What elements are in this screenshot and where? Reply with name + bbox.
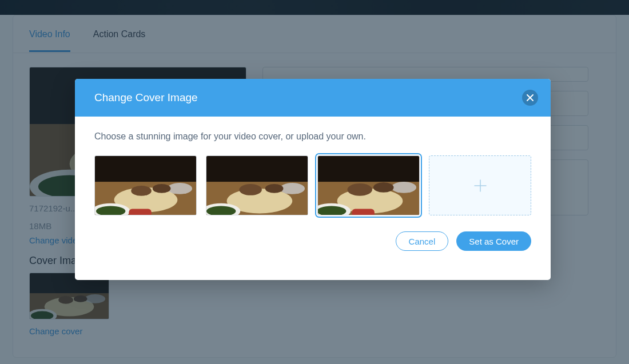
cover-option-2[interactable] [206, 155, 308, 215]
cancel-button[interactable]: Cancel [396, 231, 449, 251]
cover-option-1[interactable] [94, 155, 197, 215]
modal-body: Choose a stunning image for your video c… [75, 117, 551, 215]
upload-cover-slot[interactable] [429, 155, 531, 215]
svg-point-32 [265, 184, 284, 193]
svg-point-21 [168, 183, 193, 194]
svg-point-40 [373, 182, 394, 193]
modal-description: Choose a stunning image for your video c… [94, 131, 531, 142]
modal-header: Change Cover Image [75, 79, 551, 117]
svg-point-30 [280, 183, 305, 194]
cover-option-3[interactable] [317, 155, 420, 215]
change-cover-modal: Change Cover Image Choose a stunning ima… [75, 79, 551, 280]
close-icon [527, 94, 534, 101]
close-button[interactable] [522, 90, 538, 106]
modal-footer: Cancel Set as Cover [75, 215, 551, 251]
plus-icon [472, 178, 488, 194]
modal-overlay[interactable]: Change Cover Image Choose a stunning ima… [0, 0, 629, 364]
set-as-cover-button[interactable]: Set as Cover [456, 231, 531, 251]
svg-rect-24 [129, 209, 152, 215]
svg-point-31 [239, 184, 262, 195]
svg-point-38 [392, 182, 417, 193]
cover-options-row [94, 155, 531, 215]
svg-point-22 [131, 186, 152, 196]
svg-point-39 [347, 183, 372, 196]
svg-point-23 [153, 184, 171, 193]
modal-title: Change Cover Image [94, 91, 198, 104]
svg-rect-41 [352, 209, 375, 215]
